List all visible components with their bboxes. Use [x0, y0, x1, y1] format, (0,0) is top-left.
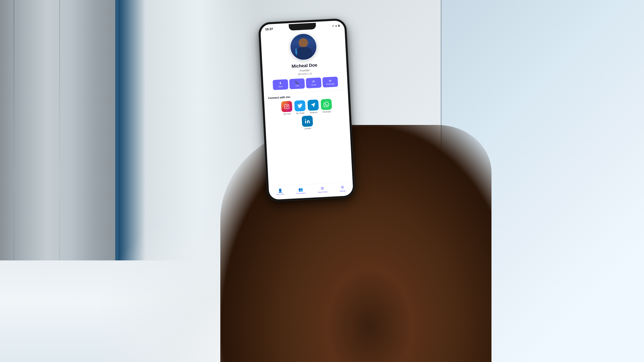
profile-nav-label: My Profile: [276, 193, 284, 195]
save-button[interactable]: ⬆ Save: [272, 79, 288, 90]
instagram-label: My Insta: [284, 113, 291, 115]
svg-point-1: [286, 106, 288, 107]
email-icon: ✉: [312, 80, 315, 83]
email-label: Email: [311, 84, 316, 86]
battery-icon: ▮: [338, 24, 340, 27]
social-item-whatsapp: Whatsapp: [321, 99, 332, 113]
avatar: [289, 32, 318, 61]
whatsapp-label: Whatsapp: [322, 111, 331, 113]
avatar-image: [290, 33, 317, 60]
social-item-instagram: My Insta: [281, 101, 292, 115]
social-item-linkedin: Linkedin: [302, 115, 313, 130]
telegram-label: Telegram: [310, 111, 318, 114]
status-time: 15:37: [265, 27, 273, 31]
exchange-label: Exchange: [326, 83, 334, 85]
avatar-body: [295, 46, 313, 60]
phone-screen: 15:37 ▪▪ ▲ ▮: [260, 20, 353, 200]
floor-center: [102, 210, 441, 362]
settings-nav-label: Settings: [340, 190, 346, 192]
status-icons: ▪▪ ▲ ▮: [332, 24, 340, 27]
avatar-tie: [295, 48, 298, 56]
phone-device: 15:37 ▪▪ ▲ ▮: [258, 18, 356, 202]
email-button[interactable]: ✉ Email: [306, 77, 322, 88]
twitter-icon[interactable]: [294, 100, 306, 111]
nav-item-my-profile[interactable]: 👤 My Profile: [276, 188, 284, 195]
svg-rect-0: [284, 104, 289, 109]
exchange-button[interactable]: ⇄ Exchange: [322, 76, 338, 87]
call-button[interactable]: 📞 Call: [289, 78, 305, 89]
linkedin-icon[interactable]: [302, 115, 313, 127]
connections-nav-label: Connections: [296, 192, 306, 194]
profile-content: Micheal Doe Founder @Kohler Ltd ⬆ Save 📞: [261, 29, 350, 134]
phone-body: 15:37 ▪▪ ▲ ▮: [258, 18, 356, 202]
social-row-1: My Insta My Twitter: [281, 99, 332, 115]
svg-point-3: [305, 119, 306, 120]
window-right: [441, 0, 644, 362]
share-nav-label: Share Profile: [318, 191, 328, 193]
connect-label: Connect with me:: [268, 93, 345, 100]
twitter-label: My Twitter: [296, 112, 304, 114]
profile-title: Founder: [300, 69, 310, 72]
connections-nav-icon: 👥: [298, 187, 303, 192]
call-label: Call: [296, 84, 299, 87]
telegram-icon[interactable]: [308, 99, 319, 111]
nav-item-settings[interactable]: ⚙ Settings: [339, 185, 346, 192]
profile-name: Micheal Doe: [292, 62, 318, 69]
save-label: Save: [278, 85, 283, 87]
avatar-face: [298, 38, 308, 48]
social-item-telegram: Telegram: [308, 99, 319, 114]
social-row-2: Linkedin: [302, 115, 313, 130]
instagram-icon[interactable]: [281, 101, 292, 112]
action-buttons-row: ⬆ Save 📞 Call ✉ Email: [266, 76, 344, 90]
wifi-icon: ▲: [335, 24, 338, 27]
settings-nav-icon: ⚙: [341, 185, 344, 190]
linkedin-label: Linkedin: [304, 127, 311, 130]
call-icon: 📞: [295, 81, 299, 84]
profile-company: @Kohler Ltd: [298, 72, 312, 75]
social-item-twitter: My Twitter: [294, 100, 306, 114]
save-icon: ⬆: [279, 82, 282, 85]
profile-nav-icon: 👤: [278, 188, 282, 193]
exchange-icon: ⇄: [329, 79, 332, 82]
nav-item-share-profile[interactable]: ⊞ Share Profile: [317, 186, 328, 193]
nav-item-connections[interactable]: 👥 Connections: [296, 187, 306, 194]
share-nav-icon: ⊞: [321, 186, 324, 191]
svg-point-2: [288, 105, 288, 105]
whatsapp-icon[interactable]: [321, 99, 332, 110]
signal-icon: ▪▪: [332, 24, 334, 27]
